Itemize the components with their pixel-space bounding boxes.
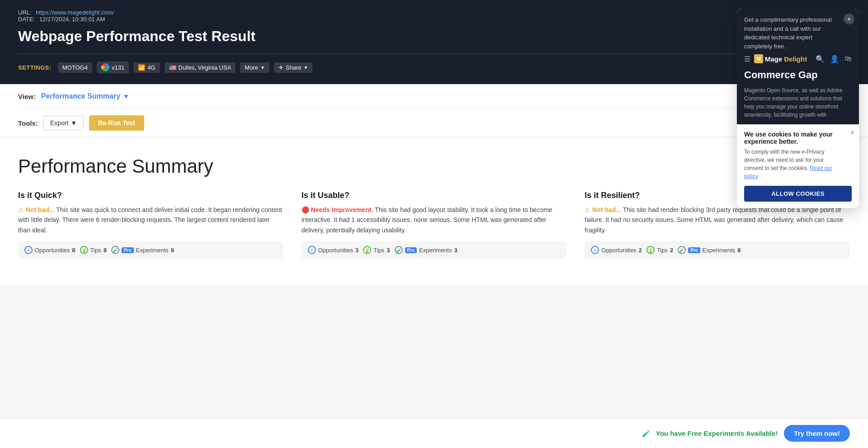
opportunities-badge: i Opportunities 8 (24, 246, 75, 254)
flask-icon: 🧪 (678, 246, 686, 254)
header-meta: URL: https://www.magedelight.com/ DATE: … (18, 9, 850, 23)
cookie-body: To comply with the new e-Privacy directi… (744, 148, 852, 180)
view-label: View: (18, 93, 36, 100)
popup-container: × Get a complimentary professional insta… (728, 0, 868, 217)
chevron-down-icon: ▼ (123, 93, 129, 100)
settings-label: SETTINGS: (18, 64, 52, 71)
info-icon: i (591, 246, 599, 254)
cookie-notice: × We use cookies to make your experience… (737, 124, 859, 208)
view-row: View: Performance Summary ▼ (18, 84, 850, 109)
network-badge[interactable]: 📶 4G (133, 62, 160, 73)
usable-badges: i Opportunities 3 💡 Tips 3 🧪 Pro Experim… (302, 241, 567, 259)
popup-header-text: Get a complimentary professional install… (744, 15, 852, 51)
opportunities-badge: i Opportunities 3 (308, 246, 359, 254)
tools-row: Tools: Export ▼ Re-Run Test (18, 109, 850, 137)
chevron-down-icon: ▼ (304, 65, 308, 70)
info-icon: i (24, 246, 33, 254)
popup-hero-title: Commerce Gap (744, 66, 852, 86)
user-icon[interactable]: 👤 (830, 55, 839, 63)
rerun-button[interactable]: Re-Run Test (89, 115, 144, 131)
popup-card: × Get a complimentary professional insta… (737, 9, 859, 208)
usable-desc: 🔴 Needs Improvement. This site had good … (302, 205, 567, 235)
lightbulb-icon: 💡 (363, 246, 371, 254)
info-icon: i (308, 246, 316, 254)
chevron-down-icon: ▼ (71, 119, 77, 127)
experiments-badge: 🧪 Pro Experiments 3 (395, 246, 458, 254)
flag-icon: 🇺🇸 (169, 64, 176, 71)
url-link[interactable]: https://www.magedelight.com/ (36, 9, 114, 16)
quick-card: Is it Quick? ⚠ Not bad... This site was … (18, 191, 283, 259)
flask-icon: 🧪 (111, 246, 119, 254)
flask-icon: 🧪 (395, 246, 403, 254)
usable-status: Needs Improvement. (311, 206, 373, 213)
experiments-badge: 🧪 Pro Experiments 9 (111, 246, 174, 254)
date-label: DATE: (18, 16, 35, 23)
cart-icon[interactable]: 🛍 (844, 55, 852, 63)
usable-heading: Is it Usable? (302, 191, 567, 200)
signal-icon: 📶 (138, 64, 145, 71)
quick-desc: ⚠ Not bad... This site was quick to conn… (18, 205, 283, 235)
pro-badge: Pro (688, 247, 700, 253)
resilient-status: Not bad... (592, 206, 621, 213)
chrome-icon (101, 63, 109, 71)
experiments-badge: 🧪 Pro Experiments 8 (678, 246, 741, 254)
opportunities-badge: i Opportunities 2 (591, 246, 642, 254)
popup-hero-body: Magento Open Source, as well as Adobe Co… (744, 86, 852, 119)
m-icon: M (754, 54, 763, 63)
pro-badge: Pro (122, 247, 134, 253)
bottom-banner: 🧪 You have Free Experiments Available! T… (0, 418, 868, 448)
popup-header: × Get a complimentary professional insta… (737, 9, 859, 124)
cards-grid: Is it Quick? ⚠ Not bad... This site was … (18, 191, 850, 259)
quick-badges: i Opportunities 8 💡 Tips 8 🧪 Pro Experim… (18, 241, 283, 259)
resilient-badges: i Opportunities 2 💡 Tips 2 🧪 Pro Experim… (585, 241, 850, 259)
page-title: Webpage Performance Test Result (18, 28, 850, 45)
warning-icon: ⚠ (18, 206, 24, 213)
popup-logo: M MageDelight (754, 54, 807, 63)
pro-badge: Pro (405, 247, 417, 253)
try-now-button[interactable]: Try them now! (784, 425, 850, 442)
quick-status: Not bad... (26, 206, 55, 213)
cookie-close-button[interactable]: × (850, 129, 854, 137)
flask-icon: 🧪 (642, 429, 651, 437)
view-dropdown[interactable]: Performance Summary ▼ (41, 92, 129, 100)
cookie-title: We use cookies to make your experience b… (744, 131, 852, 145)
tips-badge: 💡 Tips 8 (80, 246, 107, 254)
view-value: Performance Summary (41, 92, 120, 100)
banner-text: 🧪 You have Free Experiments Available! (642, 429, 778, 438)
error-icon: 🔴 (302, 206, 309, 213)
popup-nav-icons: 🔍 👤 🛍 (816, 55, 852, 63)
export-button[interactable]: Export ▼ (43, 116, 84, 130)
more-button[interactable]: More ▼ (240, 62, 269, 73)
lightbulb-icon: 💡 (646, 246, 655, 254)
url-label: URL: (18, 9, 32, 16)
tools-label: Tools: (18, 119, 38, 127)
settings-row: SETTINGS: MOTOG4 v131 📶 4G 🇺🇸 Dulles, Vi… (18, 61, 850, 73)
section-title: Performance Summary (18, 156, 850, 177)
usable-card: Is it Usable? 🔴 Needs Improvement. This … (302, 191, 567, 259)
browser-badge[interactable]: v131 (97, 61, 129, 73)
date-value: 12/27/2024, 10:30:01 AM (39, 16, 105, 23)
popup-close-top-button[interactable]: × (844, 14, 854, 24)
share-button[interactable]: ✈ Share ▼ (274, 62, 313, 73)
tips-badge: 💡 Tips 3 (363, 246, 390, 254)
search-icon[interactable]: 🔍 (816, 55, 825, 63)
warning-icon: ⚠ (585, 206, 590, 213)
hamburger-icon: ☰ (744, 55, 750, 63)
tips-badge: 💡 Tips 2 (646, 246, 673, 254)
share-icon: ✈ (278, 64, 283, 71)
location-badge[interactable]: 🇺🇸 Dulles, Virginia USA (165, 62, 236, 73)
popup-mockup-bar: ☰ M MageDelight 🔍 👤 🛍 (744, 51, 852, 66)
allow-cookies-button[interactable]: ALLOW COOKIES (744, 186, 852, 202)
lightbulb-icon: 💡 (80, 246, 88, 254)
quick-heading: Is it Quick? (18, 191, 283, 200)
chevron-down-icon: ▼ (260, 65, 265, 70)
view-control: View: Performance Summary ▼ (18, 92, 129, 100)
device-badge[interactable]: MOTOG4 (58, 62, 92, 73)
